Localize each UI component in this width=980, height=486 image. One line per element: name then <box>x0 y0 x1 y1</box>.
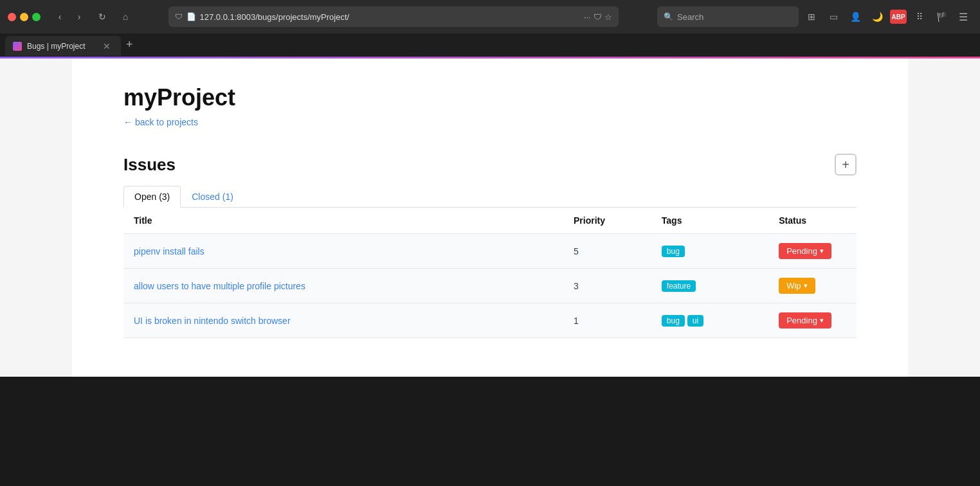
page-scroll: myProject ← back to projects Issues + Op… <box>0 59 980 486</box>
issue-tags-cell: bugui <box>651 303 768 338</box>
back-button[interactable]: ‹ <box>51 8 69 26</box>
flag-button[interactable]: 🏴 <box>932 8 950 26</box>
fullscreen-window-button[interactable] <box>32 13 41 21</box>
extensions-button[interactable]: ⠿ <box>911 8 929 26</box>
tag-bug: bug <box>662 246 685 257</box>
toolbar-right: 🔍 Search ⊞ ▭ 👤 🌙 ABP ⠿ 🏴 ☰ <box>657 6 972 27</box>
issue-priority-cell: 1 <box>563 303 651 338</box>
tag-ui: ui <box>687 315 703 327</box>
issue-status-cell: Wip ▾ <box>768 269 857 303</box>
issue-tags-cell: feature <box>651 269 768 303</box>
table-body: pipenv install fails5bugPending ▾allow u… <box>123 234 857 338</box>
issue-status-cell: Pending ▾ <box>768 303 857 338</box>
star-button[interactable]: ☆ <box>604 12 612 22</box>
table-row: allow users to have multiple profile pic… <box>123 269 857 303</box>
tag-bug: bug <box>662 315 685 327</box>
address-bar-container: 🛡 📄 127.0.0.1:8003/bugs/projects/myProje… <box>168 6 619 27</box>
shield-icon: 🛡 <box>175 12 183 21</box>
tag-feature: feature <box>662 280 696 292</box>
issue-title-cell: allow users to have multiple profile pic… <box>123 269 563 303</box>
page-icon: 📄 <box>186 12 196 21</box>
issue-tags-cell: bug <box>651 234 768 269</box>
add-issue-button[interactable]: + <box>835 154 857 176</box>
status-button[interactable]: Wip ▾ <box>779 278 815 294</box>
page-inner: myProject ← back to projects Issues + Op… <box>72 59 908 377</box>
table-row: pipenv install fails5bugPending ▾ <box>123 234 857 269</box>
col-header-tags: Tags <box>651 208 768 234</box>
search-text: Search <box>677 12 703 22</box>
home-button[interactable]: ⌂ <box>116 8 134 26</box>
active-tab[interactable]: Bugs | myProject ✕ <box>5 36 121 56</box>
issues-title: Issues <box>123 155 176 175</box>
issue-title-cell: pipenv install fails <box>123 234 563 269</box>
dropdown-arrow-icon: ▾ <box>820 316 824 325</box>
reload-button[interactable]: ↻ <box>93 8 111 26</box>
page: myProject ← back to projects Issues + Op… <box>0 59 980 377</box>
new-tab-button[interactable]: + <box>121 33 138 56</box>
issue-status-cell: Pending ▾ <box>768 234 857 269</box>
bookmark-shield-button[interactable]: 🛡 <box>594 12 602 22</box>
issues-header: Issues + <box>123 154 857 176</box>
issues-table: Title Priority Tags Status pipenv instal… <box>123 208 857 338</box>
status-button[interactable]: Pending ▾ <box>779 312 831 328</box>
issue-link[interactable]: UI is broken in nintendo switch browser <box>134 316 291 326</box>
col-header-priority: Priority <box>563 208 651 234</box>
close-window-button[interactable] <box>8 13 16 21</box>
forward-button[interactable]: › <box>70 8 88 26</box>
col-header-title: Title <box>123 208 563 234</box>
menu-button[interactable]: ☰ <box>954 8 972 26</box>
adblock-button[interactable]: ABP <box>890 10 907 24</box>
tab-closed[interactable]: Closed (1) <box>181 186 244 207</box>
sidebar-button[interactable]: ▭ <box>824 8 842 26</box>
tab-close-button[interactable]: ✕ <box>100 40 113 53</box>
table-header: Title Priority Tags Status <box>123 208 857 234</box>
address-bar[interactable]: 🛡 📄 127.0.0.1:8003/bugs/projects/myProje… <box>168 6 619 27</box>
search-bar[interactable]: 🔍 Search <box>657 6 799 27</box>
more-options-button[interactable]: ··· <box>584 12 591 22</box>
address-actions: ··· 🛡 ☆ <box>584 12 612 22</box>
col-header-status: Status <box>768 208 857 234</box>
issue-tabs: Open (3) Closed (1) <box>123 186 857 208</box>
profile-button[interactable]: 👤 <box>846 8 864 26</box>
tab-title: Bugs | myProject <box>27 42 95 51</box>
library-button[interactable]: ⊞ <box>803 8 821 26</box>
address-text: 127.0.0.1:8003/bugs/projects/myProject/ <box>200 12 580 22</box>
issue-title-cell: UI is broken in nintendo switch browser <box>123 303 563 338</box>
search-icon: 🔍 <box>664 12 673 21</box>
dropdown-arrow-icon: ▾ <box>804 282 808 290</box>
issue-priority-cell: 5 <box>563 234 651 269</box>
tab-open[interactable]: Open (3) <box>123 186 181 208</box>
status-button[interactable]: Pending ▾ <box>779 243 831 259</box>
table-row: UI is broken in nintendo switch browser1… <box>123 303 857 338</box>
issue-link[interactable]: allow users to have multiple profile pic… <box>134 281 305 291</box>
issue-link[interactable]: pipenv install fails <box>134 246 204 256</box>
issue-priority-cell: 3 <box>563 269 651 303</box>
minimize-window-button[interactable] <box>20 13 28 21</box>
project-title: myProject <box>123 84 857 111</box>
dropdown-arrow-icon: ▾ <box>820 247 824 255</box>
tab-bar: Bugs | myProject ✕ + <box>0 33 980 57</box>
tab-favicon <box>13 42 22 51</box>
back-to-projects-link[interactable]: ← back to projects <box>123 117 198 127</box>
traffic-lights <box>8 13 41 21</box>
title-bar: ‹ › ↻ ⌂ 🛡 📄 127.0.0.1:8003/bugs/projects… <box>0 0 980 33</box>
nav-buttons: ‹ › <box>51 8 88 26</box>
dark-mode-button[interactable]: 🌙 <box>868 8 886 26</box>
content-area: myProject ← back to projects Issues + Op… <box>0 59 980 486</box>
